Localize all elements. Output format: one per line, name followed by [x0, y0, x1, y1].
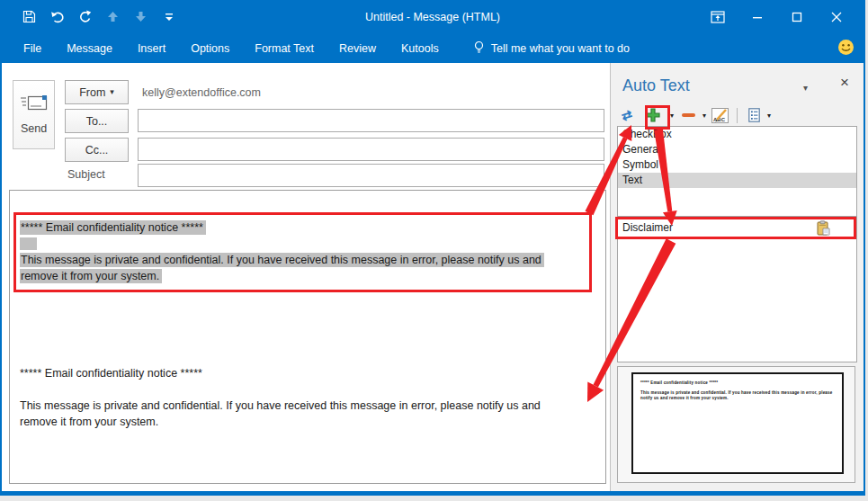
remove-entry-dropdown-icon[interactable]: ▾	[702, 105, 706, 125]
move-down-icon[interactable]	[133, 9, 148, 24]
tab-message[interactable]: Message	[54, 33, 125, 63]
outlook-message-window: Untitled - Message (HTML) File Message I…	[0, 0, 865, 496]
entry-list: Disclaimer	[617, 217, 857, 362]
quick-access-toolbar	[2, 9, 176, 24]
edit-entry-button[interactable]: ABC	[711, 105, 729, 125]
add-entry-dropdown-icon[interactable]: ▾	[670, 105, 674, 125]
group-item-symbol[interactable]: Symbol	[618, 157, 856, 173]
pane-title: Auto Text	[622, 76, 690, 95]
selected-notice-line2: remove it from your system.	[20, 269, 162, 283]
pane-toolbar: ⇄ ▾ ▾ ABC ▾	[618, 104, 771, 126]
group-item-general[interactable]: General	[618, 142, 856, 157]
selected-notice-line1: This message is private and confidential…	[20, 253, 544, 267]
lightbulb-icon	[473, 40, 485, 57]
inserted-notice-line2: remove it from your system.	[20, 416, 158, 428]
tab-insert[interactable]: Insert	[125, 33, 178, 63]
compose-area: Send From ▾ kelly@extendoffice.com To...…	[2, 63, 610, 491]
tab-options[interactable]: Options	[178, 33, 242, 63]
edit-abc-pencil-icon: ABC	[711, 108, 729, 123]
to-input[interactable]	[138, 109, 604, 132]
remove-entry-button[interactable]	[679, 105, 697, 125]
group-list: CheckBox General Symbol Text	[617, 126, 857, 217]
group-item-checkbox[interactable]: CheckBox	[618, 127, 856, 142]
ribbon-tab-row: File Message Insert Options Format Text …	[2, 33, 864, 63]
paste-clipboard-icon	[815, 220, 831, 244]
from-label: From	[79, 86, 105, 99]
tab-file[interactable]: File	[2, 33, 54, 63]
from-button[interactable]: From ▾	[65, 80, 129, 104]
group-item-text-selected[interactable]: Text	[618, 173, 856, 188]
minus-icon	[682, 113, 695, 117]
preview-title: ***** Email confidentiality notice *****	[640, 380, 835, 385]
message-body-editor[interactable]: ***** Email confidentiality notice *****…	[9, 190, 606, 484]
from-address: kelly@extendoffice.com	[142, 86, 261, 99]
window-controls	[698, 0, 856, 33]
message-body-text: ***** Email confidentiality notice *****…	[20, 219, 544, 430]
send-label: Send	[21, 122, 47, 135]
envelope-icon	[20, 94, 49, 115]
send-button[interactable]: Send	[13, 80, 55, 149]
view-options-button[interactable]	[746, 105, 762, 125]
move-up-icon[interactable]	[105, 9, 121, 24]
selected-blank-line	[20, 237, 37, 250]
undo-icon[interactable]	[49, 9, 65, 24]
tab-kutools[interactable]: Kutools	[389, 33, 452, 63]
sync-icon[interactable]: ⇄	[618, 105, 636, 125]
minimize-icon[interactable]	[738, 0, 777, 33]
selected-notice-title: ***** Email confidentiality notice *****	[20, 220, 206, 235]
tab-format-text[interactable]: Format Text	[242, 33, 327, 63]
entry-row-disclaimer[interactable]: Disclaimer	[618, 218, 856, 238]
preview-body: This message is private and confidential…	[640, 390, 835, 401]
entry-preview-panel: ***** Email confidentiality notice *****…	[617, 366, 855, 483]
list-page-icon	[748, 108, 760, 122]
inserted-notice-title: ***** Email confidentiality notice *****	[20, 367, 202, 380]
subject-input[interactable]	[138, 164, 604, 187]
cc-input[interactable]	[138, 138, 604, 161]
auto-text-pane: Auto Text ▾ × ⇄ ▾ ▾ ABC	[610, 63, 864, 491]
cc-button[interactable]: Cc...	[65, 138, 129, 162]
qat-customize-icon[interactable]	[161, 9, 176, 24]
preview-page: ***** Email confidentiality notice *****…	[631, 372, 844, 474]
view-options-dropdown-icon[interactable]: ▾	[767, 105, 771, 125]
to-label: To...	[86, 115, 108, 128]
from-caret-icon: ▾	[110, 88, 114, 96]
tab-review[interactable]: Review	[327, 33, 389, 63]
subject-label: Subject	[67, 168, 105, 181]
to-button[interactable]: To...	[65, 109, 129, 133]
title-bar: Untitled - Message (HTML)	[2, 0, 864, 33]
ribbon-display-options-icon[interactable]	[698, 0, 738, 33]
plus-icon	[645, 107, 661, 123]
smiley-feedback-icon[interactable]	[837, 39, 855, 58]
cc-label: Cc...	[85, 144, 109, 157]
close-icon[interactable]	[817, 0, 856, 33]
save-icon[interactable]	[22, 9, 37, 24]
pane-close-icon[interactable]: ×	[840, 74, 849, 92]
add-entry-button[interactable]	[641, 105, 665, 125]
inserted-notice-line1: This message is private and confidential…	[20, 399, 541, 412]
maximize-icon[interactable]	[777, 0, 817, 33]
redo-icon[interactable]	[77, 9, 93, 24]
pane-options-chevron-icon[interactable]: ▾	[803, 83, 808, 93]
tell-me-label: Tell me what you want to do	[491, 42, 630, 55]
tell-me-box[interactable]: Tell me what you want to do	[473, 40, 630, 57]
entry-name: Disclaimer	[622, 221, 673, 234]
toolbar-separator	[737, 108, 738, 123]
